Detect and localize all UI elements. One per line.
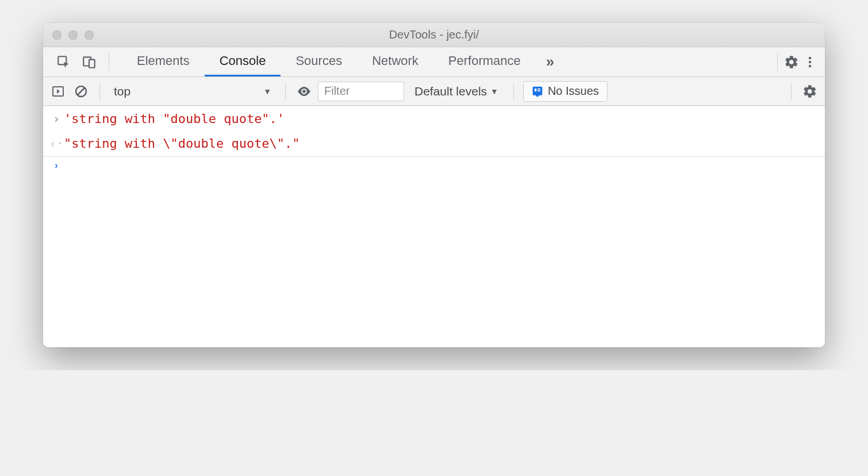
console-input-row[interactable]: › 'string with "double quote".' [43,106,825,131]
traffic-lights [43,30,94,40]
chevron-down-icon: ▼ [490,87,498,96]
console-output: › 'string with "double quote".' ‹· "stri… [43,106,825,347]
issues-button[interactable]: No Issues [523,81,608,102]
console-prompt-input[interactable] [64,160,819,171]
divider [777,53,778,71]
divider [285,83,286,100]
console-output-row[interactable]: ‹· "string with \"double quote\"." [43,131,825,156]
issues-label: No Issues [548,85,599,98]
svg-rect-2 [89,59,95,67]
tab-label: Performance [448,53,521,68]
tab-console[interactable]: Console [205,47,281,76]
console-toolbar: top ▼ Default levels ▼ No Issues [43,77,825,106]
svg-point-3 [809,56,811,59]
context-label: top [114,85,130,98]
tab-label: Network [372,53,418,68]
input-chevron-icon: › [49,109,64,129]
tab-label: Elements [137,53,190,68]
inspect-element-button[interactable] [55,53,73,71]
log-levels-select[interactable]: Default levels ▼ [409,85,504,98]
issues-icon [532,86,543,97]
zoom-window-button[interactable] [85,30,94,40]
live-expression-button[interactable] [295,82,313,101]
divider [791,83,792,100]
prompt-chevron-icon: › [49,160,64,171]
device-toggle-button[interactable] [80,53,98,71]
tab-elements[interactable]: Elements [122,47,205,76]
levels-label: Default levels [414,85,487,98]
output-chevron-icon: ‹· [49,133,64,153]
console-input-text: 'string with "double quote".' [64,109,819,129]
svg-point-4 [809,60,811,63]
window-title: DevTools - jec.fyi/ [389,28,479,41]
tab-label: Console [220,53,266,68]
svg-point-5 [809,64,811,67]
context-selector[interactable]: top ▼ [109,85,276,98]
panel-tabs: Elements Console Sources Network Perform… [122,47,564,76]
divider [109,53,109,71]
divider [99,83,100,100]
close-window-button[interactable] [52,30,62,40]
clear-console-button[interactable] [72,82,90,101]
console-output-text: "string with \"double quote\"." [64,133,819,153]
tab-network[interactable]: Network [357,47,433,76]
chevron-down-icon: ▼ [263,87,271,96]
settings-button[interactable] [782,53,801,71]
filter-input[interactable] [318,82,404,101]
minimize-window-button[interactable] [68,30,78,40]
sidebar-toggle-button[interactable] [49,82,67,101]
kebab-menu-button[interactable] [801,53,819,71]
devtools-window: DevTools - jec.fyi/ Elements Console Sou… [43,23,825,347]
more-tabs-glyph: » [546,53,554,71]
tab-label: Sources [295,53,342,68]
console-settings-button[interactable] [801,82,819,101]
divider [513,83,514,100]
tab-sources[interactable]: Sources [281,47,357,76]
more-tabs-button[interactable]: » [536,47,564,76]
titlebar: DevTools - jec.fyi/ [43,23,825,47]
svg-line-8 [78,88,85,95]
tabs-bar: Elements Console Sources Network Perform… [43,47,825,77]
tab-performance[interactable]: Performance [433,47,536,76]
console-prompt-row[interactable]: › [43,156,825,174]
